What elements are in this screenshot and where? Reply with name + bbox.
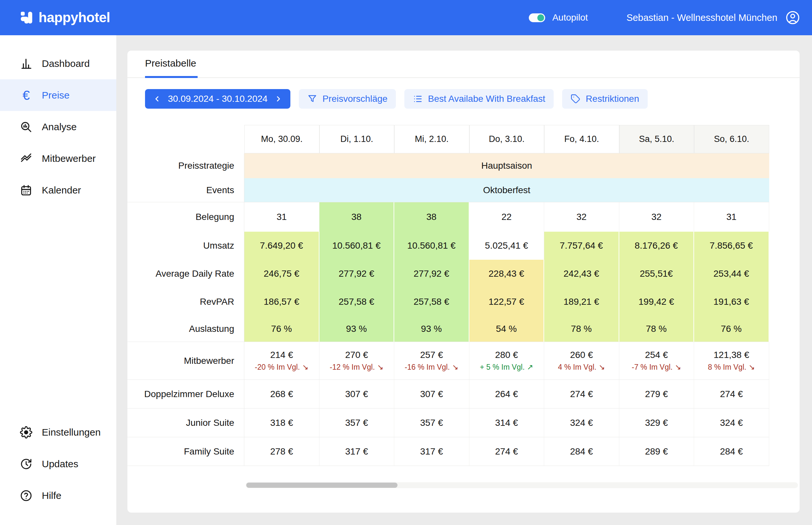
- room-price-cell[interactable]: 329 €: [619, 408, 694, 437]
- metric-cell: 246,75 €: [244, 260, 319, 288]
- competitor-compare: -20 % Im Vgl.↘: [255, 363, 308, 372]
- metric-cell: 10.560,81 €: [394, 232, 469, 260]
- restriktionen-button[interactable]: Restriktionen: [562, 89, 647, 109]
- competitor-price: 280 €: [495, 350, 518, 360]
- bar-chart-icon: [19, 57, 33, 70]
- price-table: Mo, 30.09.Di, 1.10.Mi, 2.10.Do, 3.10.Fo,…: [127, 125, 769, 466]
- trend-up-icon: ↗: [527, 363, 533, 372]
- room-price-cell[interactable]: 307 €: [394, 380, 469, 408]
- preisvorschlaege-button[interactable]: Preisvorschläge: [299, 89, 396, 109]
- competitor-compare: 8 % Im Vgl.↘: [708, 363, 755, 372]
- sidebar-item-label: Einstellungen: [42, 427, 101, 438]
- toggle-knob: [537, 14, 544, 21]
- metric-cell: 93 %: [319, 316, 394, 342]
- competitor-cell: 257 €-16 % Im Vgl.↘: [394, 342, 469, 380]
- room-price-cell[interactable]: 317 €: [394, 437, 469, 466]
- date-range-label: 30.09.2024 - 30.10.2024: [168, 94, 267, 104]
- trend-down-icon: ↘: [452, 363, 458, 372]
- room-price-cell[interactable]: 324 €: [544, 408, 619, 437]
- room-price-cell[interactable]: 324 €: [694, 408, 769, 437]
- sidebar-item-kalender[interactable]: Kalender: [0, 174, 116, 206]
- row-label-room: Doppelzimmer Deluxe: [127, 380, 244, 408]
- metric-cell: 199,42 €: [619, 288, 694, 316]
- competitor-cell: 121,38 €8 % Im Vgl.↘: [694, 342, 769, 380]
- sidebar-item-einstellungen[interactable]: Einstellungen: [0, 416, 116, 448]
- metric-cell: 76 %: [244, 316, 319, 342]
- row-label-mitbewerber: Mitbewerber: [127, 342, 244, 380]
- room-price-cell[interactable]: 357 €: [319, 408, 394, 437]
- metric-cell: 189,21 €: [544, 288, 619, 316]
- metric-cell: 31: [694, 202, 769, 232]
- horizontal-scrollbar[interactable]: [246, 482, 798, 488]
- room-price-cell[interactable]: 284 €: [544, 437, 619, 466]
- room-price-cell[interactable]: 268 €: [244, 380, 319, 408]
- metric-cell: 38: [394, 202, 469, 232]
- competitor-compare: + 5 % Im Vgl.↗: [480, 363, 533, 372]
- user-avatar-icon[interactable]: [785, 10, 800, 25]
- row-label-metric: Umsatz: [127, 232, 244, 260]
- metric-cell: 31: [244, 202, 319, 232]
- metric-cell: 253,44 €: [694, 260, 769, 288]
- day-header-cell[interactable]: Fo, 4.10.: [544, 125, 619, 153]
- rate-plan-button[interactable]: Best Availabe With Breakfast: [404, 89, 554, 109]
- day-header-cell[interactable]: So, 6.10.: [694, 125, 769, 153]
- search-chart-icon: [19, 120, 33, 133]
- metric-cell: 54 %: [469, 316, 545, 342]
- day-header-cell[interactable]: Mi, 2.10.: [394, 125, 469, 153]
- gear-icon: [19, 426, 33, 439]
- room-price-cell[interactable]: 264 €: [469, 380, 545, 408]
- room-price-cell[interactable]: 307 €: [319, 380, 394, 408]
- metric-cell: 7.757,64 €: [544, 232, 619, 260]
- metric-cell: 257,58 €: [394, 288, 469, 316]
- competitor-price: 257 €: [420, 350, 443, 360]
- tab-preistabelle[interactable]: Preistabelle: [145, 58, 198, 78]
- day-header-cell[interactable]: Do, 3.10.: [469, 125, 545, 153]
- room-price-cell[interactable]: 318 €: [244, 408, 319, 437]
- room-price-cell[interactable]: 278 €: [244, 437, 319, 466]
- metric-cell: 5.025,41 €: [469, 232, 545, 260]
- sidebar-item-hilfe[interactable]: Hilfe: [0, 480, 116, 511]
- sidebar-item-label: Mitbewerber: [42, 153, 96, 164]
- day-header-cell[interactable]: Sa, 5.10.: [619, 125, 694, 153]
- day-header-cell[interactable]: Di, 1.10.: [319, 125, 394, 153]
- metric-cell: 22: [469, 202, 545, 232]
- sidebar-item-dashboard[interactable]: Dashboard: [0, 48, 116, 79]
- competitor-cell: 214 €-20 % Im Vgl.↘: [244, 342, 319, 380]
- competitor-cell: 254 €-7 % Im Vgl.↘: [619, 342, 694, 380]
- sidebar-item-preise[interactable]: € Preise: [0, 79, 116, 111]
- metric-cell: 32: [544, 202, 619, 232]
- sidebar-item-mitbewerber[interactable]: Mitbewerber: [0, 142, 116, 174]
- sidebar-item-analyse[interactable]: Analyse: [0, 111, 116, 142]
- room-price-cell[interactable]: 317 €: [319, 437, 394, 466]
- room-price-cell[interactable]: 274 €: [544, 380, 619, 408]
- competitor-compare: -7 % Im Vgl.↘: [632, 363, 681, 372]
- room-price-cell[interactable]: 274 €: [469, 437, 545, 466]
- room-price-cell[interactable]: 357 €: [394, 408, 469, 437]
- date-range-button[interactable]: 30.09.2024 - 30.10.2024: [145, 89, 290, 109]
- room-price-cell[interactable]: 314 €: [469, 408, 545, 437]
- competitor-cell: 270 €-12 % Im Vgl.↘: [319, 342, 394, 380]
- competitor-cell: 280 €+ 5 % Im Vgl.↗: [469, 342, 545, 380]
- scrollbar-thumb[interactable]: [246, 483, 397, 488]
- happyhotel-logo-icon: [19, 10, 34, 25]
- user-name: Sebastian - Wellnesshotel München: [626, 12, 778, 23]
- restriktionen-label: Restriktionen: [586, 94, 639, 104]
- room-price-cell[interactable]: 279 €: [619, 380, 694, 408]
- metric-cell: 122,57 €: [469, 288, 545, 316]
- metric-cell: 191,63 €: [694, 288, 769, 316]
- day-header-cell[interactable]: Mo, 30.09.: [244, 125, 319, 153]
- metric-cell: 242,43 €: [544, 260, 619, 288]
- metric-cell: 8.176,26 €: [619, 232, 694, 260]
- sidebar-item-label: Kalender: [42, 185, 81, 196]
- chevron-right-icon[interactable]: [274, 95, 282, 103]
- chevron-left-icon[interactable]: [153, 95, 161, 103]
- table-corner: [127, 125, 244, 153]
- room-price-cell[interactable]: 274 €: [694, 380, 769, 408]
- sidebar-item-updates[interactable]: Updates: [0, 448, 116, 480]
- strategy-band: Hauptsaison: [244, 153, 769, 178]
- room-price-cell[interactable]: 289 €: [619, 437, 694, 466]
- metric-cell: 10.560,81 €: [319, 232, 394, 260]
- metric-cell: 93 %: [394, 316, 469, 342]
- room-price-cell[interactable]: 284 €: [694, 437, 769, 466]
- autopilot-toggle[interactable]: [529, 13, 545, 22]
